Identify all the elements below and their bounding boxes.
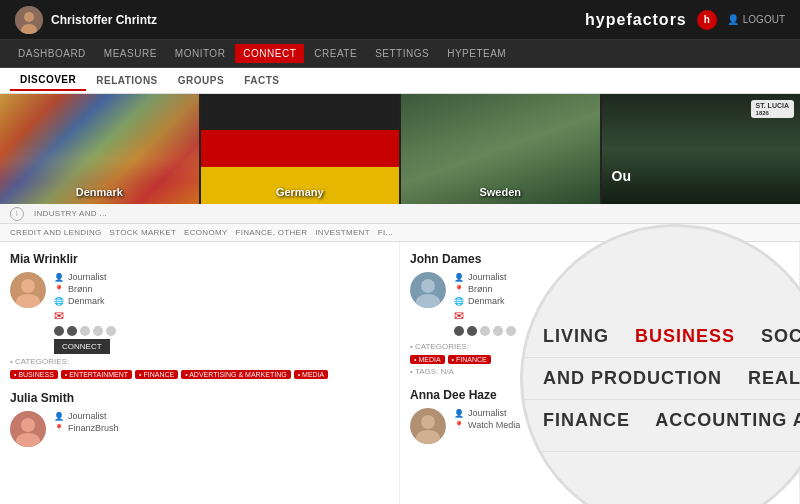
social-dot xyxy=(93,326,103,336)
connect-button-mia[interactable]: CONNECT xyxy=(54,339,110,354)
social-dot xyxy=(480,326,490,336)
categories-label-mia: • CATEGORIES: xyxy=(10,357,389,366)
info-row: i INDUSTRY AND ... xyxy=(0,204,800,224)
person-info-julia: 👤 Journalist 📍 FinanzBrush xyxy=(54,411,389,447)
journalist-icon: 👤 xyxy=(54,273,64,282)
nav-connect[interactable]: CONNECT xyxy=(235,44,304,63)
social-dot xyxy=(506,326,516,336)
other-text: Ou xyxy=(612,168,631,184)
cat-stock[interactable]: STOCK MARKET xyxy=(110,228,177,237)
brand-name: hypefactors xyxy=(585,11,687,29)
people-column-1: Mia Wrinklir 👤 Journalist xyxy=(0,242,400,504)
zoom-society: SOCIETY xyxy=(761,326,800,346)
avatar-julia xyxy=(10,411,46,447)
location-icon: 📍 xyxy=(54,424,64,433)
social-dot xyxy=(106,326,116,336)
zoom-row-2: AND PRODUCTION REAL ESTATE FINANCE xyxy=(523,358,800,400)
cat-fi[interactable]: FI... xyxy=(378,228,393,237)
journalist-icon: 👤 xyxy=(454,409,464,418)
avatar-mia xyxy=(10,272,46,308)
nav-settings[interactable]: SETTINGS xyxy=(367,44,437,63)
tag-finance[interactable]: • FINANCE xyxy=(135,370,178,379)
social-dot xyxy=(467,326,477,336)
user-name: Christoffer Chrintz xyxy=(51,13,157,27)
svg-point-10 xyxy=(421,279,435,293)
nav-dashboard[interactable]: DASHBOARD xyxy=(10,44,94,63)
cat-finance-other[interactable]: FINANCE, OTHER xyxy=(236,228,308,237)
tag-finance[interactable]: • FINANCE xyxy=(448,355,491,364)
social-dot xyxy=(80,326,90,336)
avatar-john xyxy=(410,272,446,308)
tag-entertainment[interactable]: • ENTERTAINMENT xyxy=(61,370,132,379)
country-sweden[interactable]: Sweden xyxy=(401,94,600,204)
avatar-anna xyxy=(410,408,446,444)
location-icon: 📍 xyxy=(54,285,64,294)
zoom-row-3: FINANCE ACCOUNTING AND AUDITING B... xyxy=(523,400,800,452)
zoom-and-production: AND PRODUCTION xyxy=(543,368,722,388)
tags-mia: • BUSINESS • ENTERTAINMENT • FINANCE • A… xyxy=(10,370,389,379)
svg-point-4 xyxy=(21,279,35,293)
country-images: Denmark Germany Sweden ST. LUCIA 1826 Ou xyxy=(0,94,800,204)
zoom-row-1: LIVING BUSINESS SOCIETY ENTERTA... xyxy=(523,306,800,358)
tag-business[interactable]: • BUSINESS xyxy=(10,370,58,379)
person-card-mia: Mia Wrinklir 👤 Journalist xyxy=(10,252,389,379)
svg-point-13 xyxy=(421,415,435,429)
zoom-business: BUSINESS xyxy=(635,326,735,346)
subnav-groups[interactable]: GROUPS xyxy=(168,71,234,90)
person-details-julia: 👤 Journalist 📍 FinanzBrush xyxy=(10,411,389,447)
nav-hypeteam[interactable]: HYPETEAM xyxy=(439,44,514,63)
svg-point-1 xyxy=(24,12,34,22)
cat-credit[interactable]: CREDIT AND LENDING xyxy=(10,228,102,237)
nav-create[interactable]: CREATE xyxy=(306,44,365,63)
svg-point-7 xyxy=(21,418,35,432)
country-denmark[interactable]: Denmark xyxy=(0,94,199,204)
social-dot xyxy=(454,326,464,336)
main-content: Denmark Germany Sweden ST. LUCIA 1826 Ou… xyxy=(0,94,800,504)
tag-media[interactable]: • MEDIA xyxy=(410,355,445,364)
country-icon: 🌐 xyxy=(54,297,64,306)
social-dot xyxy=(493,326,503,336)
header-left: Christoffer Chrintz xyxy=(15,6,157,34)
zoom-accounting: ACCOUNTING AND AUDITING xyxy=(655,410,800,430)
cat-investment[interactable]: INVESTMENT xyxy=(315,228,370,237)
avatar xyxy=(15,6,43,34)
person-name-mia: Mia Wrinklir xyxy=(10,252,389,266)
social-icons-mia xyxy=(54,326,389,336)
journalist-icon: 👤 xyxy=(54,412,64,421)
sub-nav: DISCOVER RELATIONS GROUPS FACTS xyxy=(0,68,800,94)
tag-media[interactable]: • MEDIA xyxy=(294,370,329,379)
denmark-label: Denmark xyxy=(76,186,123,198)
journalist-icon: 👤 xyxy=(454,273,464,282)
social-dot xyxy=(54,326,64,336)
st-lucia-badge: ST. LUCIA 1826 xyxy=(751,100,794,118)
tag-marketing[interactable]: • ADVERTISING & MARKETING xyxy=(181,370,291,379)
industry-label: INDUSTRY AND ... xyxy=(34,209,107,218)
nav-measure[interactable]: MEASURE xyxy=(96,44,165,63)
zoom-finance: FINANCE xyxy=(543,410,630,430)
person-name-julia: Julia Smith xyxy=(10,391,389,405)
nav-bar: DASHBOARD MEASURE MONITOR CONNECT CREATE… xyxy=(0,40,800,68)
cat-economy[interactable]: ECONOMY xyxy=(184,228,227,237)
logout-button[interactable]: 👤 LOGOUT xyxy=(727,14,785,25)
country-other[interactable]: ST. LUCIA 1826 Ou xyxy=(602,94,801,204)
nav-monitor[interactable]: MONITOR xyxy=(167,44,234,63)
sweden-label: Sweden xyxy=(479,186,521,198)
brand-icon: h xyxy=(697,10,717,30)
zoom-living: LIVING xyxy=(543,326,609,346)
info-icon: i xyxy=(10,207,24,221)
germany-label: Germany xyxy=(276,186,324,198)
location-icon: 📍 xyxy=(454,285,464,294)
person-card-julia: Julia Smith 👤 Journalist xyxy=(10,391,389,447)
person-info-mia: 👤 Journalist 📍 Brønn 🌐 Denmark ✉ xyxy=(54,272,389,354)
subnav-discover[interactable]: DISCOVER xyxy=(10,70,86,91)
country-germany[interactable]: Germany xyxy=(201,94,400,204)
zoom-real-estate: REAL ESTATE xyxy=(748,368,800,388)
subnav-relations[interactable]: RELATIONS xyxy=(86,71,168,90)
person-details-mia: 👤 Journalist 📍 Brønn 🌐 Denmark ✉ xyxy=(10,272,389,354)
email-icon: ✉ xyxy=(54,309,389,323)
location-icon: 📍 xyxy=(454,421,464,430)
header-bar: Christoffer Chrintz hypefactors h 👤 LOGO… xyxy=(0,0,800,40)
country-icon: 🌐 xyxy=(454,297,464,306)
social-dot xyxy=(67,326,77,336)
subnav-facts[interactable]: FACTS xyxy=(234,71,289,90)
